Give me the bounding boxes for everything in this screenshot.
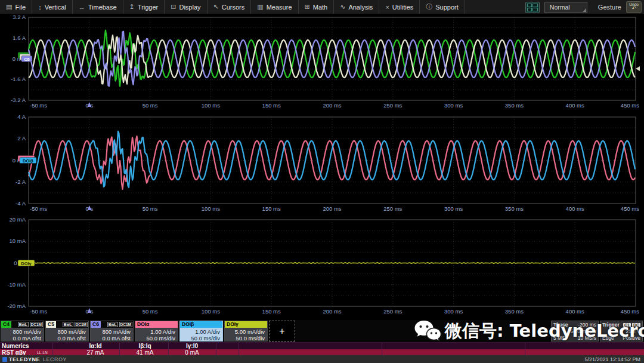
menu-item-vertical[interactable]: ↕Vertical	[32, 0, 73, 14]
x-axis-label: 350 ms	[505, 102, 524, 109]
x-axis-label: 200 ms	[323, 205, 341, 212]
y-axis-label: 4 A	[17, 113, 26, 120]
timebase-icon: ↔	[79, 4, 85, 11]
x-axis-label: 350 ms	[505, 205, 524, 212]
acquisition-mode-dropdown[interactable]: Normal	[544, 2, 587, 13]
x-axis-label: 450 ms	[621, 205, 639, 212]
menu-item-label: Cursors	[222, 4, 245, 11]
x-axis-label: 300 ms	[444, 205, 463, 212]
menu-item-timebase[interactable]: ↔Timebase	[73, 0, 123, 14]
x-axis-label: 400 ms	[566, 308, 584, 315]
menu-item-measure[interactable]: ▥Measure	[251, 0, 298, 14]
y-axis-label: 3.2 A	[13, 14, 26, 20]
zero-tag-label: C6	[24, 57, 30, 62]
channel-descriptor-DOIβ[interactable]: DOIβ1.00 A/div50.0 ms/div	[179, 321, 223, 342]
channel-name: C4	[1, 321, 11, 328]
x-axis-label: -50 ms	[30, 205, 47, 212]
menu-item-support[interactable]: ⓘSupport	[420, 0, 465, 14]
channel-badges: BwLDC1M	[101, 321, 133, 328]
add-trace-button[interactable]: +	[269, 321, 295, 342]
tbase-div: 50.0 ms/div	[553, 328, 596, 335]
y-axis-label: -1.6 A	[11, 76, 26, 82]
numerics-header: Iα:Id	[72, 343, 119, 349]
numerics-separator	[382, 343, 382, 356]
vertical-scale: 1.00 A/div	[135, 328, 175, 335]
x-axis-label: 100 ms	[202, 308, 220, 315]
trigger-source-badge: C1	[623, 323, 631, 327]
menu-item-label: Support	[435, 4, 459, 11]
x-axis-label: 250 ms	[383, 102, 402, 109]
undo-button[interactable]: Undo ↶	[626, 1, 642, 13]
timebase-descriptor[interactable]: Tbase -200 ms 50.0 ms/div 5 MS 10 MS/s	[551, 321, 599, 342]
y-axis-label: -20 mA	[7, 303, 26, 309]
grid-clarke-currents-alpha-beta[interactable]: 4 A2 A0 mA-2 A-4 A-50 ms0 s50 ms100 ms15…	[13, 113, 639, 212]
x-axis-label: 450 ms	[621, 102, 639, 109]
channel-name: C6	[91, 321, 101, 328]
measure-icon: ▥	[257, 3, 263, 11]
menu-item-utilities[interactable]: ×Utilities	[379, 0, 420, 14]
numerics-title: Numerics	[2, 343, 29, 349]
math-icon: ⊞	[305, 3, 310, 11]
tbase-samples: 5 MS	[553, 335, 565, 342]
numerics-separator	[119, 343, 120, 356]
grid-phase-currents-RST[interactable]: 3.2 A1.6 A0 mA-1.6 A-3.2 A-50 ms0 s50 ms…	[11, 14, 640, 109]
menu-item-cursors[interactable]: ↖Cursors	[208, 0, 252, 14]
trace-DOIβ[interactable]	[29, 131, 635, 187]
y-axis-label: 10 mA	[10, 238, 26, 244]
menu-right-cluster: Normal Gesture Undo ↶	[525, 0, 642, 14]
channel-settings: 1.00 A/div50.0 ms/div	[135, 328, 178, 342]
channel-settings: 800 mA/div0.0 mA ofst	[46, 328, 88, 342]
channel-settings: 800 mA/div0.0 mA ofst	[1, 328, 44, 342]
channel-descriptor-DOIα[interactable]: DOIα1.00 A/div50.0 ms/div	[135, 321, 178, 342]
channel-badges: BwLDC1M	[56, 321, 88, 328]
menu-item-trigger[interactable]: ↥Trigger	[123, 0, 165, 14]
channel-name: C5	[46, 321, 56, 328]
undo-arrow-icon: ↶	[631, 6, 636, 11]
channel-descriptor-C5[interactable]: C5BwLDC1M800 mA/div0.0 mA ofst	[45, 321, 89, 342]
x-axis-label: 300 ms	[444, 308, 463, 315]
x-axis-label: 100 ms	[202, 205, 220, 212]
brand-name-light: LECROY	[43, 356, 67, 362]
menu-item-analysis[interactable]: ∿Analysis	[334, 0, 379, 14]
numerics-separator	[168, 343, 169, 356]
menu-item-label: Measure	[267, 4, 292, 11]
x-axis-label: 50 ms	[143, 308, 158, 315]
menu-item-file[interactable]: ▤File	[0, 0, 32, 14]
x-axis-label: 400 ms	[566, 205, 584, 212]
offset-or-timebase: 0.0 mA ofst	[91, 335, 131, 342]
trigger-kind: Edge	[602, 335, 614, 342]
y-axis-label: -10 mA	[7, 281, 26, 288]
menu-item-display[interactable]: ⊡Display	[165, 0, 207, 14]
offset-or-timebase: 50.0 ms/div	[135, 335, 175, 342]
y-axis-label: 2 A	[17, 135, 26, 141]
vertical-scale: 800 mA/div	[1, 328, 41, 335]
zero-tag-label: DOIβ	[23, 158, 33, 164]
channel-descriptor-C4[interactable]: C4BwLDC1M800 mA/div0.0 mA ofst	[1, 321, 44, 342]
x-axis-label: 400 ms	[566, 102, 584, 109]
badge-dc1m: DC1M	[30, 322, 43, 327]
brand-mark-icon	[2, 357, 7, 362]
grid-zero-sequence-current[interactable]: 20 mA10 mA0 µA-10 mA-20 mA-50 ms0 s50 ms…	[7, 216, 639, 315]
channel-settings: 800 mA/div0.0 mA ofst	[91, 328, 133, 342]
numerics-header-row: Numerics Iα:IdIβ:IqIγ:I0	[0, 343, 644, 349]
trigger-descriptor[interactable]: Trigger C1DC 21.2 V Edge Positive	[600, 321, 643, 342]
waveform-display[interactable]: 3.2 A1.6 A0 mA-1.6 A-3.2 A-50 ms0 s50 ms…	[0, 14, 644, 320]
channel-name: DOIα	[135, 321, 178, 328]
numerics-separator	[239, 343, 239, 356]
channel-settings: 5.00 mA/div50.0 ms/div	[225, 328, 267, 342]
channel-descriptor-C6[interactable]: C6BwLDC1M800 mA/div0.0 mA ofst	[90, 321, 134, 342]
badge-bwl: BwL	[18, 322, 29, 327]
numerics-separator	[216, 343, 216, 356]
trigger-slope: Positive	[623, 335, 640, 342]
badge-dc1m: DC1M	[119, 322, 132, 327]
grid-layout-button[interactable]	[525, 2, 540, 13]
numerics-row-badge: LL-LN	[37, 350, 48, 355]
menu-bar: ▤File↕Vertical↔Timebase↥Trigger⊡Display↖…	[0, 0, 644, 14]
numerics-table[interactable]: Numerics Iα:IdIβ:IqIγ:I0 RST αβγ LL-LN 2…	[0, 342, 644, 355]
analysis-icon: ∿	[340, 3, 345, 11]
status-bar: TELEDYNE LECROY 5/21/2021 12:14:52 PM	[0, 355, 644, 363]
channel-descriptor-DOIγ[interactable]: DOIγ5.00 mA/div50.0 ms/div	[224, 321, 268, 342]
x-axis-label: -50 ms	[30, 308, 47, 315]
menu-item-math[interactable]: ⊞Math	[299, 0, 335, 14]
channel-name: DOIβ	[180, 321, 222, 328]
